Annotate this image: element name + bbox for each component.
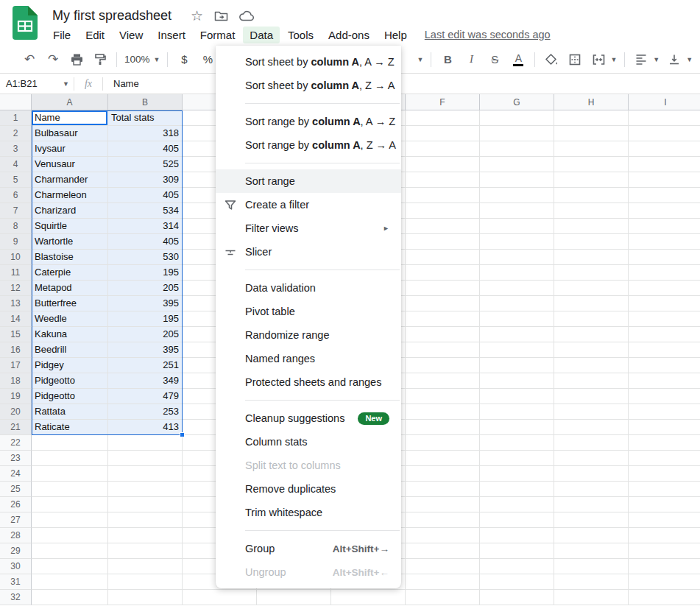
menu-item-protected-sheets-and-ranges[interactable]: Protected sheets and ranges [216,370,401,394]
cell-G20[interactable] [480,404,554,420]
cell-F16[interactable] [406,342,480,358]
cell-H28[interactable] [554,528,629,543]
column-header-g[interactable]: G [480,94,554,110]
menu-item-randomize-range[interactable]: Randomize range [216,323,401,347]
cell-G30[interactable] [480,559,554,574]
row-header-30[interactable]: 30 [0,559,32,574]
cell-I6[interactable] [629,188,700,203]
cell-B30[interactable] [108,559,183,574]
menu-item-sort-range-by-column-a-z-a[interactable]: Sort range by column A, Z → A [216,133,401,157]
cell-F2[interactable] [406,126,480,141]
cell-A13[interactable]: Butterfree [32,296,108,311]
row-header-32[interactable]: 32 [0,590,32,605]
cell-H6[interactable] [554,188,629,203]
formula-input[interactable]: Name [113,78,139,89]
row-header-13[interactable]: 13 [0,296,32,311]
cell-F21[interactable] [406,420,480,435]
row-header-22[interactable]: 22 [0,435,32,451]
cell-B11[interactable]: 195 [108,265,183,281]
row-header-20[interactable]: 20 [0,404,32,420]
cell-B25[interactable] [108,482,183,497]
cell-F11[interactable] [406,265,480,281]
menubar-item-format[interactable]: Format [194,27,242,43]
cell-H15[interactable] [554,327,629,342]
row-header-4[interactable]: 4 [0,157,32,172]
cell-B24[interactable] [108,466,183,482]
row-header-24[interactable]: 24 [0,466,32,482]
cell-B15[interactable]: 205 [108,327,183,342]
borders-button[interactable] [566,50,584,69]
row-header-28[interactable]: 28 [0,528,32,543]
cell-F26[interactable] [406,497,480,512]
cell-I15[interactable] [629,327,700,342]
cell-F23[interactable] [406,451,480,466]
row-header-29[interactable]: 29 [0,543,32,559]
cell-A21[interactable]: Raticate [32,420,108,435]
row-header-26[interactable]: 26 [0,497,32,512]
cell-B4[interactable]: 525 [108,157,183,172]
menubar-item-edit[interactable]: Edit [79,27,111,43]
cell-H16[interactable] [554,342,629,358]
cell-I11[interactable] [629,265,700,281]
cell-A11[interactable]: Caterpie [32,265,108,281]
cell-I23[interactable] [629,451,700,466]
cell-I7[interactable] [629,203,700,219]
cell-A29[interactable] [32,543,108,559]
cell-H30[interactable] [554,559,629,574]
cell-F13[interactable] [406,296,480,311]
cell-B29[interactable] [108,543,183,559]
cell-G14[interactable] [480,311,554,327]
cell-H12[interactable] [554,281,629,296]
cell-B8[interactable]: 314 [108,219,183,234]
cell-G11[interactable] [480,265,554,281]
cell-A1[interactable]: Name [32,110,108,126]
cell-B6[interactable]: 405 [108,188,183,203]
star-icon[interactable]: ☆ [191,9,203,23]
cell-I30[interactable] [629,559,700,574]
cell-G28[interactable] [480,528,554,543]
cell-H14[interactable] [554,311,629,327]
cell-G23[interactable] [480,451,554,466]
select-all-corner[interactable] [0,94,32,110]
cell-H20[interactable] [554,404,629,420]
cell-B28[interactable] [108,528,183,543]
cell-A30[interactable] [32,559,108,574]
cell-H7[interactable] [554,203,629,219]
cell-I1[interactable] [629,110,700,126]
cell-H24[interactable] [554,466,629,482]
cell-H5[interactable] [554,172,629,188]
row-header-1[interactable]: 1 [0,110,32,126]
cell-F30[interactable] [406,559,480,574]
cell-F5[interactable] [406,172,480,188]
cell-B3[interactable]: 405 [108,141,183,157]
row-header-15[interactable]: 15 [0,327,32,342]
menu-item-sort-sheet-by-column-a-a-z[interactable]: Sort sheet by column A, A → Z [216,50,401,74]
cell-I22[interactable] [629,435,700,451]
cell-I12[interactable] [629,281,700,296]
cell-I32[interactable] [629,590,700,605]
cell-B5[interactable]: 309 [108,172,183,188]
cell-G8[interactable] [480,219,554,234]
cell-A5[interactable]: Charmander [32,172,108,188]
cell-B26[interactable] [108,497,183,512]
menubar-item-add-ons[interactable]: Add-ons [322,27,376,43]
cell-I2[interactable] [629,126,700,141]
row-header-14[interactable]: 14 [0,311,32,327]
row-header-27[interactable]: 27 [0,512,32,528]
cell-G25[interactable] [480,482,554,497]
cell-H27[interactable] [554,512,629,528]
cell-B20[interactable]: 253 [108,404,183,420]
cell-B2[interactable]: 318 [108,126,183,141]
undo-button[interactable]: ↶ [21,50,38,69]
cell-G9[interactable] [480,234,554,250]
italic-button[interactable]: I [462,50,480,69]
cell-F8[interactable] [406,219,480,234]
menu-item-named-ranges[interactable]: Named ranges [216,347,401,370]
column-header-a[interactable]: A [32,94,108,110]
cell-H2[interactable] [554,126,629,141]
cell-I31[interactable] [629,574,700,590]
row-header-16[interactable]: 16 [0,342,32,358]
cell-G6[interactable] [480,188,554,203]
cell-A14[interactable]: Weedle [32,311,108,327]
cell-A4[interactable]: Venusaur [32,157,108,172]
